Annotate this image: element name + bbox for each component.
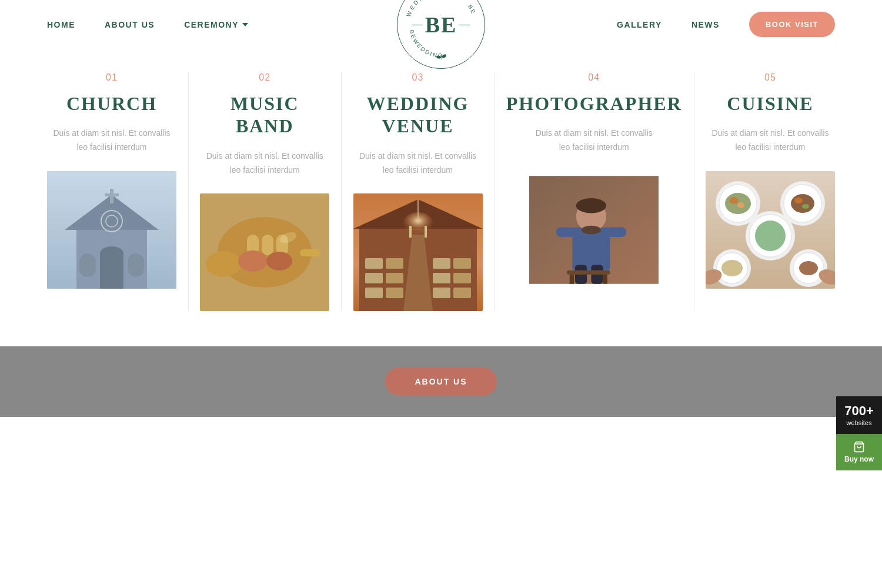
svg-rect-59 [607, 227, 626, 237]
svg-rect-21 [105, 193, 119, 196]
svg-rect-45 [433, 273, 450, 283]
svg-rect-42 [386, 273, 403, 283]
svg-rect-38 [365, 258, 383, 269]
service-desc-5: Duis at diam sit nisl. Et convallis leo … [711, 126, 829, 155]
svg-rect-41 [386, 258, 403, 269]
nav-right: GALLERY NEWS BOOK VISIT [617, 12, 835, 37]
service-number-4: 04 [588, 72, 600, 83]
service-title-4: PHOTOGRAPHER [506, 92, 682, 115]
service-cuisine: 05 CUISINE Duis at diam sit nisl. Et con… [694, 72, 847, 311]
service-music: 02 MUSIC BAND Duis at diam sit nisl. Et … [188, 72, 341, 311]
service-venue: 03 WEDDING VENUE Duis at diam sit nisl. … [342, 72, 495, 311]
svg-text:BE: BE [427, 0, 438, 1]
svg-point-30 [266, 252, 292, 270]
cuisine-image [706, 171, 835, 289]
service-title-2: MUSIC BAND [230, 92, 299, 138]
church-image [47, 171, 176, 289]
svg-rect-46 [433, 288, 450, 298]
svg-point-83 [721, 260, 743, 276]
svg-rect-39 [365, 273, 383, 283]
services-section: 01 CHURCH Duis at diam sit nisl. Et conv… [0, 49, 882, 346]
service-desc-2: Duis at diam sit nisl. Et convallis leo … [206, 149, 323, 178]
svg-point-56 [582, 226, 601, 235]
nav-about[interactable]: ABOUT US [105, 20, 155, 29]
nav-left: HOME ABOUT US CEREMONY [47, 20, 248, 29]
service-desc-1: Duis at diam sit nisl. Et convallis leo … [53, 126, 171, 155]
venue-image [353, 193, 483, 311]
svg-point-74 [794, 198, 803, 203]
svg-point-17 [100, 246, 123, 260]
widget-700: 700+ websites Buy now [836, 396, 882, 470]
widget-buy-button[interactable]: Buy now [836, 434, 882, 470]
header: HOME ABOUT US CEREMONY WEDDING BEWEDDING [0, 0, 882, 49]
shopping-bag-icon [853, 441, 865, 453]
svg-rect-18 [79, 253, 96, 277]
svg-rect-64 [603, 275, 607, 284]
photographer-image [529, 171, 659, 289]
svg-rect-63 [570, 275, 574, 284]
widget-counter: 700+ websites [836, 396, 882, 434]
svg-point-69 [729, 197, 739, 204]
svg-rect-50 [409, 226, 412, 238]
chevron-down-icon [242, 23, 248, 26]
service-church: 01 CHURCH Duis at diam sit nisl. Et conv… [35, 72, 188, 311]
svg-rect-19 [128, 253, 144, 277]
service-title-5: CUISINE [727, 92, 813, 115]
svg-rect-48 [453, 273, 471, 283]
logo-initials: BE [425, 12, 457, 38]
svg-rect-51 [425, 226, 427, 238]
svg-rect-47 [453, 258, 471, 269]
bottom-section: ABOUT US [0, 346, 882, 417]
service-number-3: 03 [412, 72, 424, 83]
svg-rect-44 [433, 258, 450, 269]
service-title-1: CHURCH [66, 92, 157, 115]
svg-point-86 [799, 261, 818, 275]
nav-home[interactable]: HOME [47, 20, 75, 29]
svg-point-57 [576, 198, 606, 213]
logo-dash-left: — [412, 18, 423, 31]
music-image [200, 193, 329, 311]
svg-rect-49 [453, 288, 471, 298]
nav-news[interactable]: NEWS [691, 20, 720, 29]
service-desc-4: Duis at diam sit nisl. Et convallis leo … [535, 126, 653, 155]
logo-be-text: — BE — [412, 12, 470, 38]
svg-point-78 [755, 220, 786, 251]
service-number-1: 01 [106, 72, 118, 83]
svg-point-70 [737, 202, 744, 208]
svg-rect-28 [300, 249, 320, 256]
logo-dash-right: — [459, 18, 470, 31]
nav-gallery[interactable]: GALLERY [617, 20, 662, 29]
nav-ceremony[interactable]: CEREMONY [184, 20, 248, 29]
svg-rect-40 [365, 288, 383, 298]
book-visit-button[interactable]: BOOK VISIT [749, 12, 835, 37]
about-us-button[interactable]: ABOUT US [385, 368, 496, 396]
svg-point-68 [725, 193, 751, 214]
svg-rect-62 [567, 270, 610, 275]
service-number-2: 02 [259, 72, 270, 83]
svg-point-75 [802, 204, 809, 209]
svg-point-73 [791, 194, 814, 213]
logo: WEDDING BEWEDDING BE BE [397, 0, 485, 69]
svg-rect-58 [556, 227, 575, 237]
service-title-3: WEDDING VENUE [366, 92, 469, 138]
service-desc-3: Duis at diam sit nisl. Et convallis leo … [359, 149, 477, 178]
service-number-5: 05 [764, 72, 776, 83]
svg-point-29 [238, 250, 268, 272]
logo-circle: WEDDING BEWEDDING BE BE [397, 0, 485, 69]
svg-rect-25 [262, 235, 273, 255]
svg-point-27 [206, 251, 241, 277]
svg-rect-43 [386, 288, 403, 298]
service-photographer: 04 PHOTOGRAPHER Duis at diam sit nisl. E… [495, 72, 694, 311]
